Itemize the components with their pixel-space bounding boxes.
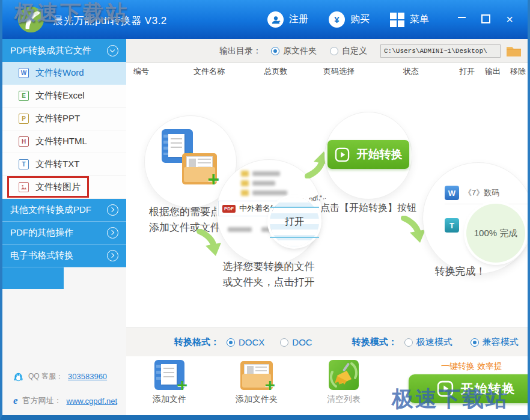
start-convert-button[interactable]: 开始转换 [409, 374, 528, 403]
menu-label: 菜单 [410, 13, 429, 26]
green-plus-icon: + [207, 169, 219, 189]
col-page-select: 页码选择 [309, 66, 369, 77]
sidebar-item-label: 文件转Excel [35, 90, 85, 102]
sidebar-section-pdf-other-ops[interactable]: PDF的其他操作 [2, 222, 126, 245]
qq-icon [13, 371, 23, 382]
clear-list-button[interactable]: 清空列表 [321, 360, 366, 405]
add-folder-button[interactable]: + 添加文件夹 [234, 360, 279, 405]
sidebar-section-other-to-pdf[interactable]: 其他文件转换成PDF [2, 199, 126, 222]
image-icon [19, 182, 29, 192]
radio-custom-folder-label[interactable]: 自定义 [342, 46, 367, 56]
sidebar-section-label: PDF的其他操作 [10, 227, 73, 239]
sidebar-section-label: PDF转换成其它文件 [10, 45, 91, 56]
play-icon [437, 380, 454, 397]
progress-text: 100% 完成 [474, 228, 518, 239]
sidebar-item-pdf-to-txt[interactable]: T 文件转TXT [2, 153, 126, 176]
sidebar-section-label: 其他文件转换成PDF [10, 204, 91, 216]
svg-text:+: + [278, 19, 280, 23]
browser-e-icon: e [13, 395, 18, 407]
add-file-label: 添加文件 [147, 394, 192, 405]
window-title: 晨光万能pdf转换器 V3.2 [53, 14, 167, 28]
tutorial-step4-caption: 转换完成！ [411, 264, 510, 279]
register-user-icon: + [267, 11, 284, 28]
tutorial-step3-caption: 点击【开始转换】按钮 [300, 200, 436, 216]
menu-button[interactable]: 菜单 [390, 13, 429, 27]
sidebar-item-pdf-to-excel[interactable]: E 文件转Excel [2, 85, 126, 108]
radio-compat-mode[interactable] [471, 338, 479, 347]
qq-number-link[interactable]: 303583960 [68, 372, 107, 381]
col-index: 编号 [126, 66, 175, 77]
clean-broom-icon [329, 360, 359, 390]
action-bar: + 添加文件 + 添加文件夹 [126, 356, 528, 415]
buy-label: 购买 [350, 13, 370, 26]
sidebar-item-pdf-to-ppt[interactable]: P 文件转PPT [2, 108, 126, 130]
radio-doc[interactable] [280, 338, 288, 347]
sidebar-footer: QQ 客服： 303583960 e 官方网址： www.cgpdf.net [2, 371, 126, 407]
official-site-link[interactable]: www.cgpdf.net [67, 397, 118, 406]
file-list-area: + + 根据您的需要点击 添加文件或文件夹 [126, 80, 528, 327]
radio-docx[interactable] [227, 338, 235, 347]
register-label: 注册 [289, 13, 308, 26]
radio-fast-mode-label[interactable]: 极速模式 [416, 336, 452, 348]
tutorial-step4-circle: W 《7》数码 T 《7》 100% 完成 [422, 162, 528, 274]
clear-list-label: 清空列表 [321, 394, 366, 405]
close-button[interactable]: × [498, 0, 522, 39]
sidebar-item-pdf-to-word[interactable]: W 文件转Word [2, 62, 126, 85]
radio-source-folder-label[interactable]: 原文件夹 [283, 46, 317, 56]
sidebar-section-ebook-convert[interactable]: 电子书格式转换 [2, 245, 126, 267]
radio-custom-folder[interactable] [330, 47, 338, 55]
open-button: 打开 [285, 216, 304, 228]
txt-doc-icon: T [445, 218, 459, 233]
promo-text: 一键转换 效率提 [441, 361, 502, 372]
sidebar-item-pdf-to-html[interactable]: H 文件转HTML [2, 130, 126, 153]
add-folder-icon: + [240, 361, 273, 390]
green-plus-icon: + [177, 376, 187, 394]
sidebar: PDF转换成其它文件 W 文件转Word E 文件转Excel P 文件转PPT… [2, 39, 126, 415]
browse-folder-button[interactable] [506, 44, 522, 58]
close-icon: × [506, 13, 513, 26]
register-button[interactable]: + 注册 [267, 11, 308, 28]
add-folder-label: 添加文件夹 [234, 394, 279, 405]
sidebar-item-pdf-to-image[interactable]: 文件转图片 [2, 176, 126, 199]
mode-label: 转换模式： [352, 336, 397, 348]
result-file-text: 《7》数码 [464, 187, 499, 198]
chevron-right-circle-icon [107, 227, 118, 239]
result-row-word: W 《7》数码 [445, 186, 528, 204]
add-folder-icon: + [182, 153, 217, 184]
official-site-label: 官方网址： [23, 395, 62, 406]
maximize-button[interactable] [474, 0, 498, 39]
radio-source-folder[interactable] [271, 47, 279, 55]
output-dir-label: 输出目录： [219, 46, 261, 56]
start-convert-label: 开始转换 [461, 380, 516, 397]
yuan-icon: ¥ [329, 11, 345, 28]
sidebar-section-pdf-to-other[interactable]: PDF转换成其它文件 [2, 39, 126, 62]
add-file-button[interactable]: + 添加文件 [147, 360, 192, 405]
menu-grid-icon [390, 13, 404, 27]
sidebar-item-label: 文件转PPT [35, 113, 80, 124]
sidebar-item-label: 文件转图片 [35, 181, 81, 193]
output-path-input[interactable] [380, 44, 501, 58]
word-doc-icon: W [445, 186, 459, 200]
col-remove: 移除 [505, 66, 528, 77]
col-pages: 总页数 [243, 66, 309, 77]
minimize-button[interactable] [449, 0, 474, 39]
radio-fast-mode[interactable] [404, 338, 413, 347]
ppt-file-icon: P [19, 114, 29, 124]
file-table-header: 编号 文件名称 总页数 页码选择 状态 打开 输出 移除 [126, 63, 528, 81]
txt-file-icon: T [19, 159, 29, 169]
col-filename: 文件名称 [175, 66, 243, 77]
radio-compat-mode-label[interactable]: 兼容模式 [483, 336, 519, 348]
tutorial-step2-caption: 选择您要转换的文件 或文件夹，点击打开 [201, 259, 337, 290]
tutorial-start-convert-button: 开始转换 [327, 140, 409, 169]
radio-docx-label[interactable]: DOCX [239, 337, 264, 347]
radio-doc-label[interactable]: DOC [292, 337, 312, 347]
chevron-down-circle-icon [107, 45, 118, 56]
pdf-badge-icon: PDF [222, 205, 236, 213]
buy-button[interactable]: ¥ 购买 [329, 11, 370, 28]
minimize-icon [458, 17, 466, 18]
sidebar-section-label: 电子书格式转换 [10, 250, 73, 261]
word-file-icon: W [19, 68, 29, 78]
add-file-icon: + [154, 360, 184, 390]
sidebar-item-label: 文件转HTML [35, 136, 87, 147]
tutorial-step3-circle: 开始转换 [324, 112, 412, 199]
